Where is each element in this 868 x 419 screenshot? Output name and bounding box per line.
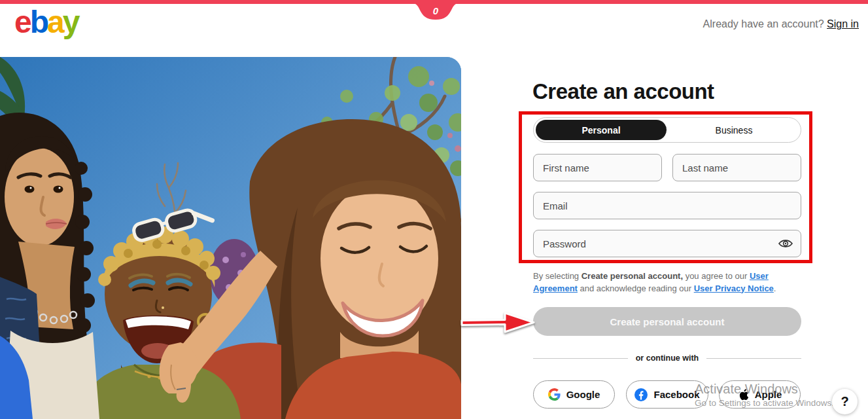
signin-prompt: Already have an account? Sign in bbox=[703, 18, 859, 30]
signin-prompt-text: Already have an account? bbox=[703, 18, 827, 29]
password-input[interactable] bbox=[533, 230, 801, 257]
extension-badge[interactable]: 0 bbox=[412, 3, 459, 22]
legal-suffix: . bbox=[774, 283, 776, 293]
legal-middle2: and acknowledge reading our bbox=[578, 283, 694, 293]
divider-line bbox=[706, 358, 801, 359]
create-personal-account-button[interactable]: Create personal account bbox=[533, 307, 801, 336]
last-name-input[interactable] bbox=[672, 154, 801, 181]
page-title: Create an account bbox=[532, 79, 714, 104]
logo-letter: e bbox=[14, 5, 30, 39]
legal-middle: you agree to our bbox=[683, 271, 750, 281]
eye-icon bbox=[778, 237, 793, 250]
help-button[interactable]: ? bbox=[832, 389, 858, 414]
first-name-input[interactable] bbox=[533, 154, 662, 181]
red-arrow-annotation bbox=[458, 308, 538, 336]
tab-business[interactable]: Business bbox=[667, 118, 801, 142]
apple-logo-icon bbox=[738, 388, 749, 401]
tab-personal[interactable]: Personal bbox=[536, 120, 667, 140]
google-button-label: Google bbox=[566, 389, 600, 400]
account-type-toggle: Personal Business bbox=[533, 117, 801, 143]
email-field-wrap bbox=[533, 192, 801, 219]
continue-with-google-button[interactable]: Google bbox=[533, 380, 615, 409]
last-name-field-wrap bbox=[672, 154, 801, 181]
divider-line bbox=[533, 358, 628, 359]
divider-label: or continue with bbox=[636, 354, 699, 363]
ebay-registration-page: 0 ebay Already have an account? Sign in bbox=[0, 0, 868, 419]
ebay-logo[interactable]: ebay bbox=[14, 5, 78, 40]
legal-bold: Create personal account, bbox=[582, 271, 683, 281]
google-g-icon bbox=[548, 388, 561, 401]
continue-with-facebook-button[interactable]: Facebook bbox=[626, 380, 708, 409]
facebook-button-label: Facebook bbox=[653, 389, 699, 400]
logo-letter: y bbox=[63, 5, 78, 39]
password-field-wrap bbox=[533, 230, 801, 257]
user-privacy-notice-link[interactable]: User Privacy Notice bbox=[694, 283, 774, 293]
email-input[interactable] bbox=[533, 192, 801, 219]
legal-text: By selecting Create personal account, yo… bbox=[533, 270, 804, 295]
logo-letter: b bbox=[30, 5, 47, 39]
badge-glyph-icon: 0 bbox=[433, 5, 439, 16]
or-continue-with-divider: or continue with bbox=[533, 353, 801, 363]
signin-link[interactable]: Sign in bbox=[827, 18, 859, 29]
continue-with-apple-button[interactable]: Apple bbox=[719, 380, 801, 409]
apple-button-label: Apple bbox=[755, 389, 782, 400]
legal-prefix: By selecting bbox=[533, 271, 582, 281]
hero-photo bbox=[0, 57, 461, 419]
password-visibility-toggle[interactable] bbox=[778, 237, 793, 250]
facebook-f-icon bbox=[634, 388, 648, 401]
logo-letter: a bbox=[47, 5, 63, 39]
hero-photo-illustration bbox=[0, 57, 461, 419]
first-name-field-wrap bbox=[533, 154, 662, 181]
